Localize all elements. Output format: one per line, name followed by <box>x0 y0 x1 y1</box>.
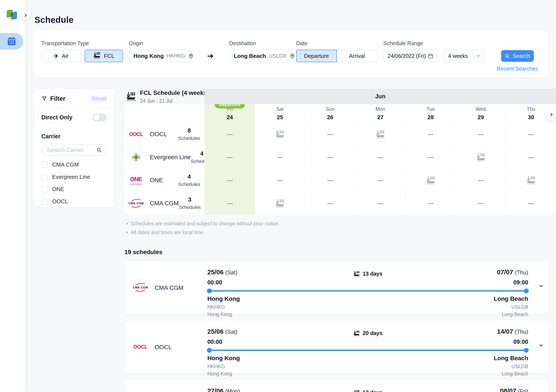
calendar-icon <box>428 53 433 59</box>
schedule-cell: — <box>456 192 506 215</box>
sidebar <box>0 0 25 392</box>
schedule-cell: — <box>456 169 506 192</box>
search-button[interactable]: Search <box>501 50 534 62</box>
ship-icon <box>353 271 360 277</box>
day-header-sat-25: Sat25 <box>255 104 305 123</box>
departure-badge: Departure <box>215 104 245 108</box>
weeks-select-value: 4 weeks <box>448 53 468 59</box>
schedule-cell: — <box>205 169 255 192</box>
checkbox-icon[interactable] <box>41 162 48 168</box>
schedule-cell: — <box>506 146 556 169</box>
departure-tab[interactable]: Departure <box>296 50 337 62</box>
schedule-cell <box>255 123 305 146</box>
carrier-checkbox-one[interactable]: ONE <box>41 186 107 193</box>
oocl-logo: OOCL <box>129 131 143 137</box>
origin-port-code: HKHKG <box>167 53 185 59</box>
carrier-schedule-count: 3Schedules <box>179 196 201 210</box>
origin-input[interactable]: Hong Kong HKHKG <box>129 50 192 62</box>
arrival-tab[interactable]: Arrival <box>337 50 378 62</box>
carrier-search-input[interactable] <box>47 147 94 153</box>
carrier-search-box <box>41 144 107 156</box>
card-timeline: 27/06(Mon)00:0012 days08/07(Fri)09:00Hon… <box>207 387 528 392</box>
search-form-card: Transportation Type ✈ Air FCL Origin Hon… <box>34 30 548 77</box>
divider <box>34 108 114 108</box>
carrier-checkbox-evergreen-line[interactable]: Evergreen Line <box>41 174 107 180</box>
fcl-button[interactable]: FCL <box>85 50 123 62</box>
schedule-card: CMA CGMCMA CGM25/06(Sat)00:0013 days07/0… <box>124 261 549 314</box>
schedule-count-unit: Schedules <box>178 181 200 187</box>
table-next-week-button[interactable] <box>545 108 556 121</box>
empty-cell-dash: — <box>327 177 333 184</box>
checkbox-icon[interactable] <box>41 198 48 205</box>
cma-cgm-logo: CMA CGM <box>133 282 148 293</box>
fcl-button-label: FCL <box>104 53 114 59</box>
carrier-cell: OOCLOOCL8Schedules <box>124 123 205 146</box>
transit-duration: 13 days <box>353 271 382 277</box>
origin-city-value: Hong Kong <box>133 53 164 59</box>
carrier-name: OOCL <box>150 131 167 138</box>
date-picker-input[interactable]: 24/06/2022 (Fri) <box>383 50 437 62</box>
departure-datetime: 27/06(Mon)00:00 <box>207 387 353 392</box>
date-value: 24/06/2022 (Fri) <box>388 53 426 59</box>
ship-icon <box>426 176 436 185</box>
carrier-checkbox-label: CMA CGM <box>52 161 79 168</box>
oocl-logo: OOCL <box>133 344 147 350</box>
ship-icon <box>93 52 101 59</box>
empty-cell-dash: — <box>327 131 333 138</box>
calendar-icon <box>7 36 16 46</box>
schedule-count-number: 4 <box>178 173 200 180</box>
schedule-cell: — <box>405 123 456 146</box>
sidebar-collapse-button[interactable] <box>20 10 30 20</box>
schedule-note: All dates and times are local time. <box>126 230 556 235</box>
search-button-label: Search <box>512 53 530 59</box>
day-number: 30 <box>528 114 534 121</box>
schedule-cell: — <box>305 123 355 146</box>
empty-cell-dash: — <box>528 154 534 161</box>
destination-input[interactable]: Long Beach USLGB <box>229 50 290 62</box>
carrier-checkbox-oocl[interactable]: OOCL <box>41 198 107 205</box>
chevron-down-icon <box>477 54 480 57</box>
sidebar-item-schedule[interactable] <box>0 33 23 50</box>
ship-icon <box>476 153 486 162</box>
schedule-cell: — <box>456 123 506 146</box>
direct-only-toggle[interactable] <box>93 113 107 121</box>
carrier-logo-evergreen <box>127 148 145 166</box>
checkbox-icon[interactable] <box>41 186 48 193</box>
ship-icon <box>275 199 285 208</box>
day-of-week: Wed <box>476 106 486 112</box>
empty-cell-dash: — <box>478 131 484 138</box>
route-arrow-icon: ➔ <box>197 50 223 62</box>
empty-cell-dash: — <box>478 177 484 184</box>
schedule-cell: — <box>305 192 355 215</box>
carrier-checkbox-cma-cgm[interactable]: CMA CGM <box>41 161 107 168</box>
schedule-cell: — <box>305 146 355 169</box>
chevron-down-icon <box>540 343 543 347</box>
schedule-cell: — <box>355 169 405 192</box>
card-expand-button[interactable] <box>540 284 542 287</box>
ship-icon <box>275 130 285 139</box>
destination-city-value: Long Beach <box>234 53 266 59</box>
carrier-logo-cma: CMA CGM <box>127 194 145 212</box>
empty-cell-dash: — <box>528 200 534 207</box>
weeks-select[interactable]: 4 weeks <box>443 50 484 62</box>
one-logo: ONE <box>130 176 142 185</box>
day-number: 28 <box>427 114 434 121</box>
destination-location: Long BeachUSLGBLong Beach <box>494 295 528 317</box>
recent-searches-link[interactable]: Recent Searches <box>497 66 538 72</box>
checkbox-icon[interactable] <box>41 174 48 180</box>
empty-cell-dash: — <box>378 177 383 184</box>
filter-reset-link[interactable]: Reset <box>92 95 107 102</box>
card-expand-button[interactable] <box>540 343 542 347</box>
air-button[interactable]: ✈ Air <box>41 50 81 62</box>
origin-location: Hong KongHKHKGHong Kong <box>207 295 240 317</box>
schedule-count-number: 3 <box>179 196 201 203</box>
schedule-count-number: 8 <box>178 127 200 134</box>
day-number: 24 <box>227 114 233 121</box>
departure-datetime: 25/06(Sat)00:00 <box>207 269 353 286</box>
carrier-checkbox-label: ONE <box>52 186 64 193</box>
empty-cell-dash: — <box>277 154 283 161</box>
empty-cell-dash: — <box>478 200 484 207</box>
table-corner-cell <box>124 104 205 123</box>
main-content: Schedule Transportation Type ✈ Air FCL O <box>25 0 556 392</box>
destination-location: Long BeachUSLGBLong Beach <box>494 355 528 377</box>
